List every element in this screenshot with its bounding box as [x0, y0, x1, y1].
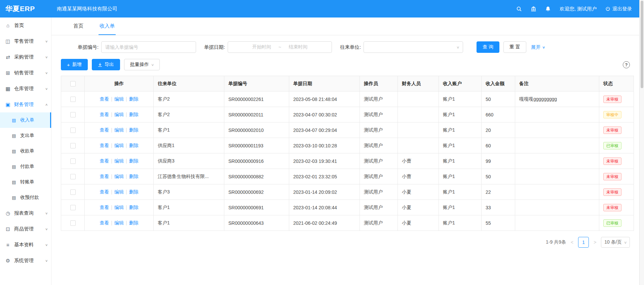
page-1-button[interactable]: 1 — [578, 237, 589, 248]
sidebar-item-sales[interactable]: ⊞销售管理∨ — [0, 65, 51, 81]
edit-link[interactable]: 编辑 — [114, 96, 124, 102]
row-checkbox[interactable] — [70, 143, 76, 148]
help-icon[interactable]: ? — [623, 61, 630, 68]
cell-operator: 测试用户 — [360, 122, 398, 138]
row-checkbox[interactable] — [70, 189, 76, 195]
sidebar-item-system[interactable]: ⚙系统管理∨ — [0, 253, 51, 269]
delete-link[interactable]: 删除 — [129, 220, 139, 225]
sidebar-item-basic[interactable]: ≡基本资料∨ — [0, 237, 51, 253]
row-checkbox[interactable] — [70, 158, 76, 164]
sidebar-subitem-receipt[interactable]: ▤收款单 — [0, 143, 51, 159]
plus-icon: + — [67, 62, 70, 67]
delete-link[interactable]: 删除 — [129, 205, 139, 210]
scrollbar-thumb[interactable] — [641, 1, 643, 88]
sidebar-subitem-expense[interactable]: ▤支出单 — [0, 128, 51, 143]
edit-link[interactable]: 编辑 — [114, 127, 124, 133]
bank-icon[interactable] — [531, 6, 536, 12]
edit-link[interactable]: 编辑 — [114, 158, 124, 164]
delete-link[interactable]: 删除 — [129, 143, 139, 148]
chevron-down-icon: ∨ — [542, 45, 545, 49]
cell-amount: 60 — [482, 138, 515, 153]
reset-button[interactable]: 重 置 — [503, 41, 526, 53]
sidebar-item-home[interactable]: ⌂首页 — [0, 17, 51, 33]
delete-link[interactable]: 删除 — [129, 189, 139, 194]
action-separator: | — [126, 127, 127, 133]
delete-link[interactable]: 删除 — [129, 112, 139, 117]
search-icon[interactable] — [516, 6, 522, 12]
sidebar-subitem-label: 付款单 — [20, 164, 34, 170]
sidebar-item-retail[interactable]: ◫零售管理∨ — [0, 33, 51, 49]
sidebar-subitem-transfer[interactable]: ▤转账单 — [0, 174, 51, 190]
view-link[interactable]: 查看 — [100, 174, 109, 179]
edit-link[interactable]: 编辑 — [114, 220, 124, 225]
delete-link[interactable]: 删除 — [129, 174, 139, 179]
status-badge: 未审核 — [603, 157, 621, 165]
tab-home[interactable]: 首页 — [72, 17, 84, 35]
view-link[interactable]: 查看 — [100, 158, 109, 164]
delete-link[interactable]: 删除 — [129, 127, 139, 133]
basic-icon: ≡ — [5, 242, 11, 248]
view-link[interactable]: 查看 — [100, 143, 109, 148]
cell-date: 2023-04-07 00:29:04 — [289, 122, 360, 138]
delete-link[interactable]: 删除 — [129, 96, 139, 102]
document-icon: ▤ — [11, 149, 17, 154]
table-row: 查看|编辑|删除客户2SR000000020112023-04-07 00:30… — [61, 107, 634, 122]
sidebar-item-purchase[interactable]: ⇄采购管理∨ — [0, 49, 51, 65]
sidebar-subitem-label: 收预付款 — [20, 194, 39, 201]
prev-page-button[interactable]: < — [569, 240, 575, 245]
scrollbar[interactable] — [639, 0, 644, 285]
cell-checkbox — [61, 184, 85, 200]
select-all-checkbox[interactable] — [70, 81, 76, 86]
batch-button[interactable]: 批量操作 ∨ — [124, 59, 160, 70]
sidebar-subitem-prepaid[interactable]: ▤收预付款 — [0, 190, 51, 205]
cell-amount: 33 — [482, 200, 515, 215]
row-checkbox[interactable] — [70, 97, 76, 102]
view-link[interactable]: 查看 — [100, 189, 109, 194]
bill-no-input[interactable] — [101, 41, 196, 53]
search-button[interactable]: 查 询 — [477, 41, 499, 53]
edit-link[interactable]: 编辑 — [114, 143, 124, 148]
logout-button[interactable]: 退出登录 — [605, 6, 632, 12]
cell-bill-no: SR00000002261 — [224, 92, 289, 107]
sidebar-item-label: 仓库管理 — [14, 85, 34, 92]
row-checkbox[interactable] — [70, 174, 76, 179]
sidebar-item-goods[interactable]: ⊡商品管理∨ — [0, 221, 51, 237]
delete-link[interactable]: 删除 — [129, 158, 139, 164]
edit-link[interactable]: 编辑 — [114, 112, 124, 117]
sidebar-subitem-label: 收款单 — [20, 148, 34, 154]
view-link[interactable]: 查看 — [100, 220, 109, 225]
expand-link[interactable]: 展开 ∨ — [531, 44, 545, 50]
view-link[interactable]: 查看 — [100, 205, 109, 210]
next-page-button[interactable]: > — [592, 240, 598, 245]
unit-select[interactable]: ∨ — [364, 41, 463, 53]
tab-income[interactable]: 收入单 — [99, 17, 116, 35]
cell-bill-no: SR00000001193 — [224, 138, 289, 153]
bell-icon[interactable] — [545, 6, 551, 12]
sidebar-item-report[interactable]: ◷报表查询∨ — [0, 205, 51, 221]
view-link[interactable]: 查看 — [100, 127, 109, 133]
cell-status: 已审核 — [599, 138, 634, 153]
view-link[interactable]: 查看 — [100, 96, 109, 102]
sidebar-subitem-income[interactable]: ▤收入单 — [0, 112, 51, 128]
sidebar-subitem-payment[interactable]: ▤付款单 — [0, 159, 51, 174]
logout-label: 退出登录 — [612, 6, 632, 12]
row-checkbox[interactable] — [70, 128, 76, 133]
view-link[interactable]: 查看 — [100, 112, 109, 117]
status-badge: 已审核 — [603, 219, 621, 227]
row-checkbox[interactable] — [70, 112, 76, 117]
row-checkbox[interactable] — [70, 220, 76, 226]
date-range-picker[interactable]: 开始时间 ~ 结束时间 — [228, 41, 332, 53]
edit-link[interactable]: 编辑 — [114, 205, 124, 210]
edit-link[interactable]: 编辑 — [114, 174, 124, 179]
cell-finance-staff: 小夏 — [398, 200, 439, 215]
edit-link[interactable]: 编辑 — [114, 189, 124, 194]
pagination-total: 1-9 共9条 — [546, 239, 566, 245]
sidebar-item-warehouse[interactable]: ▦仓库管理∨ — [0, 81, 51, 97]
page-size-select[interactable]: 10 条/页 ∨ — [601, 237, 630, 248]
sidebar-subitem-label: 收入单 — [20, 117, 34, 123]
sidebar-item-finance[interactable]: ▣财务管理∧ — [0, 97, 51, 112]
row-checkbox[interactable] — [70, 205, 76, 210]
add-button[interactable]: + 新增 — [61, 59, 88, 70]
date-start-placeholder: 开始时间 — [252, 44, 271, 50]
export-button[interactable]: 导出 — [92, 59, 120, 70]
